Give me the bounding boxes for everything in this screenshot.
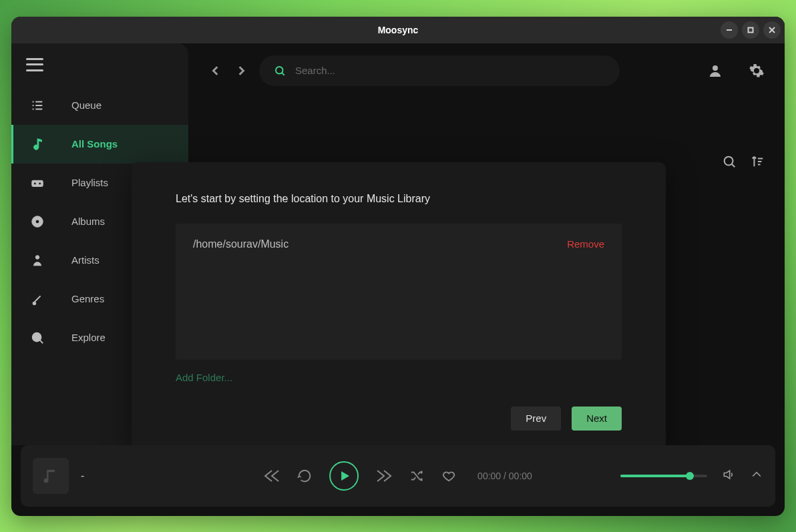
albums-icon xyxy=(30,214,45,229)
album-cover xyxy=(33,458,69,494)
settings-button[interactable] xyxy=(749,63,765,79)
search-bar[interactable] xyxy=(259,55,620,86)
time-separator: / xyxy=(501,471,509,481)
sidebar-item-label: Artists xyxy=(71,254,100,266)
queue-icon xyxy=(30,98,45,113)
svg-point-10 xyxy=(33,332,41,341)
chevron-left-icon xyxy=(211,66,220,75)
svg-line-11 xyxy=(40,340,43,343)
search-input[interactable] xyxy=(295,65,605,76)
svg-point-12 xyxy=(276,67,283,74)
sort-icon xyxy=(750,154,765,169)
music-path-list: /home/sourav/Music Remove xyxy=(176,224,622,360)
topbar-icons xyxy=(707,63,765,79)
window-controls xyxy=(721,17,781,43)
sidebar-item-label: Explore xyxy=(71,332,106,343)
gear-icon xyxy=(749,63,765,79)
svg-rect-1 xyxy=(749,27,753,32)
svg-line-16 xyxy=(732,164,735,167)
maximize-button[interactable] xyxy=(742,21,759,39)
svg-line-13 xyxy=(282,73,284,75)
chevron-up-icon xyxy=(750,468,763,481)
menu-toggle-button[interactable] xyxy=(26,58,43,71)
svg-point-9 xyxy=(35,255,39,259)
content-tools xyxy=(722,154,765,169)
play-button[interactable] xyxy=(329,461,359,491)
playlists-icon xyxy=(30,176,45,190)
svg-point-14 xyxy=(713,65,718,71)
svg-point-15 xyxy=(725,156,733,165)
setup-modal: Let's start by setting the location to y… xyxy=(132,162,666,445)
sidebar-item-queue[interactable]: Queue xyxy=(11,86,188,125)
repeat-icon xyxy=(297,469,312,483)
sort-button[interactable] xyxy=(750,154,765,169)
nav-back-button[interactable] xyxy=(208,63,223,78)
svg-point-5 xyxy=(34,182,37,185)
svg-point-8 xyxy=(35,220,39,224)
previous-button[interactable] xyxy=(264,469,280,483)
next-icon xyxy=(376,469,392,483)
prev-button[interactable]: Prev xyxy=(511,407,561,431)
app-body: Queue All Songs Playlists Albums xyxy=(11,43,785,445)
search-icon xyxy=(274,65,286,77)
sidebar-item-label: Queue xyxy=(71,99,102,111)
maximize-icon xyxy=(747,26,755,34)
expand-player-button[interactable] xyxy=(750,468,763,484)
play-icon xyxy=(340,471,351,481)
music-path-row: /home/sourav/Music Remove xyxy=(193,238,604,250)
sidebar-item-label: Genres xyxy=(71,293,104,304)
time-current: 00:00 xyxy=(477,471,501,481)
minimize-button[interactable] xyxy=(721,21,738,39)
modal-buttons: Prev Next xyxy=(176,407,622,431)
artists-icon xyxy=(30,253,45,268)
search-icon xyxy=(722,154,737,169)
time-total: 00:00 xyxy=(509,471,532,481)
speaker-icon xyxy=(722,468,735,481)
titlebar: Moosync xyxy=(11,17,785,43)
explore-icon xyxy=(30,330,45,345)
minimize-icon xyxy=(725,26,733,34)
repeat-button[interactable] xyxy=(297,469,312,483)
app-window: Moosync Queue xyxy=(11,17,785,516)
account-button[interactable] xyxy=(707,63,723,79)
next-button[interactable]: Next xyxy=(572,407,622,431)
sidebar-item-label: All Songs xyxy=(71,138,118,150)
window-title: Moosync xyxy=(378,25,419,35)
sidebar-item-label: Playlists xyxy=(71,177,108,188)
music-note-icon xyxy=(30,137,45,152)
chevron-right-icon xyxy=(236,66,246,75)
next-button[interactable] xyxy=(376,469,392,483)
music-note-icon xyxy=(41,467,60,485)
shuffle-icon xyxy=(409,469,424,483)
volume-thumb[interactable] xyxy=(686,472,694,480)
sidebar-item-all-songs[interactable]: All Songs xyxy=(11,125,188,164)
music-path-text: /home/sourav/Music xyxy=(193,238,288,250)
mute-button[interactable] xyxy=(722,468,735,484)
nav-forward-button[interactable] xyxy=(234,63,248,78)
sidebar-item-label: Albums xyxy=(71,216,105,227)
close-button[interactable] xyxy=(763,21,781,39)
genres-icon xyxy=(30,292,45,306)
previous-icon xyxy=(264,469,280,483)
player-controls: 00:00 / 00:00 xyxy=(264,461,532,491)
remove-path-button[interactable]: Remove xyxy=(567,238,604,250)
volume-slider[interactable] xyxy=(620,475,707,477)
playback-time: 00:00 / 00:00 xyxy=(477,471,532,481)
close-icon xyxy=(768,26,776,34)
svg-marker-17 xyxy=(341,471,349,481)
track-title: - xyxy=(81,470,84,482)
shuffle-button[interactable] xyxy=(409,469,424,483)
topbar xyxy=(208,55,765,86)
svg-point-6 xyxy=(39,182,41,185)
add-folder-button[interactable]: Add Folder... xyxy=(176,372,622,383)
heart-icon xyxy=(441,469,456,483)
volume-fill xyxy=(620,475,690,477)
favorite-button[interactable] xyxy=(441,469,456,483)
user-icon xyxy=(707,63,723,79)
player-bar: - 00:00 / 00:00 xyxy=(21,445,775,507)
content-search-button[interactable] xyxy=(722,154,737,169)
modal-title: Let's start by setting the location to y… xyxy=(176,193,622,205)
player-right-controls xyxy=(620,468,763,484)
